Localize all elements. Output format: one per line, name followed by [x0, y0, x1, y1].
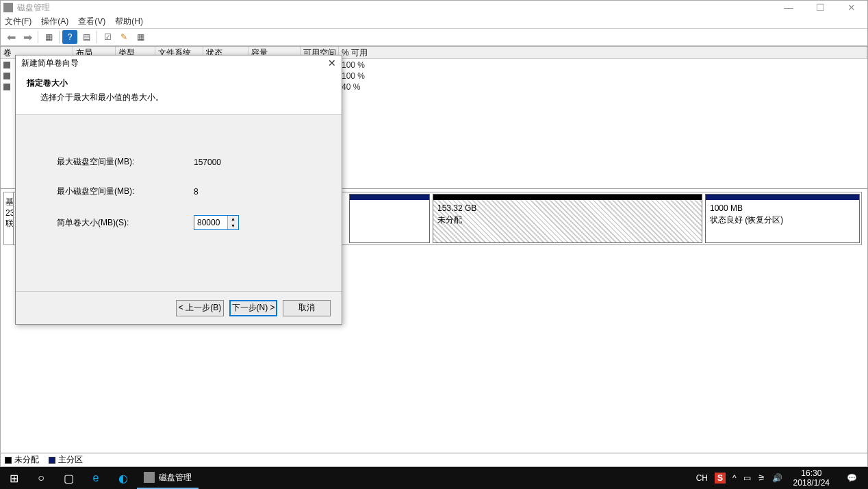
disk-label-2: 23: [5, 208, 12, 218]
diskmgmt-icon: [144, 472, 155, 483]
max-space-value: 157000: [194, 158, 221, 167]
partition-header: [350, 195, 429, 200]
partition-recovery[interactable]: 1000 MB 状态良好 (恢复分区): [705, 194, 860, 243]
max-space-label: 最大磁盘空间量(MB):: [57, 156, 194, 168]
volume-icon: [3, 62, 10, 68]
tray-volume-icon[interactable]: 🔊: [772, 473, 782, 483]
partition-header: [433, 195, 702, 200]
toolbar-icon-2[interactable]: ▤: [79, 30, 94, 44]
tray-wifi-icon[interactable]: ⚞: [758, 473, 765, 483]
min-space-value: 8: [194, 187, 199, 197]
volume-size-label: 简单卷大小(MB)(S):: [57, 217, 194, 229]
titlebar: 磁盘管理 — ☐ ✕: [1, 1, 867, 14]
tray-power-icon[interactable]: ▭: [743, 473, 751, 483]
table-row[interactable]: [1, 82, 12, 92]
volume-size-input-group: ▲ ▼: [194, 215, 239, 230]
wizard-title: 新建简单卷向导: [21, 58, 79, 69]
taskbar-app-diskmgmt[interactable]: 磁盘管理: [137, 467, 199, 489]
edge-icon[interactable]: e: [82, 467, 110, 489]
volume-icon: [3, 84, 10, 90]
minimize-button[interactable]: —: [773, 1, 804, 14]
wizard-body: 最大磁盘空间量(MB): 157000 最小磁盘空间量(MB): 8 简单卷大小…: [16, 115, 342, 291]
toolbar: ⬅ ➡ ▦ ? ▤ ☑ ✎ ▦: [1, 28, 867, 46]
back-button[interactable]: < 上一步(B): [176, 300, 224, 316]
start-button[interactable]: ⊞: [0, 467, 27, 489]
partition-body: 1000 MB 状态良好 (恢复分区): [706, 200, 859, 242]
volume-size-input[interactable]: [194, 216, 227, 229]
menubar: 文件(F) 操作(A) 查看(V) 帮助(H): [1, 14, 867, 28]
partition-hidden-1[interactable]: [349, 194, 430, 243]
separator: [59, 31, 60, 43]
separator: [38, 31, 38, 43]
row-pct-2: 100 %: [342, 71, 365, 81]
tray-icon-s[interactable]: S: [715, 473, 726, 484]
partition-body: 153.32 GB 未分配: [433, 200, 702, 242]
close-button[interactable]: ✕: [836, 1, 867, 14]
legend: 未分配 主分区: [1, 453, 867, 466]
spinner-up-icon[interactable]: ▲: [228, 216, 238, 223]
window-title: 磁盘管理: [17, 2, 50, 14]
wizard-footer: < 上一步(B) 下一步(N) > 取消: [16, 291, 342, 324]
legend-unallocated: 未分配: [5, 454, 39, 466]
volume-icon: [3, 73, 10, 79]
table-row[interactable]: [1, 71, 12, 82]
menu-file[interactable]: 文件(F): [5, 16, 31, 27]
cortana-icon[interactable]: ○: [27, 467, 55, 489]
wizard-subheading: 选择介于最大和最小值的卷大小。: [27, 92, 331, 103]
partition-size: 1000 MB: [710, 203, 855, 214]
disk-label-3: 联: [5, 218, 12, 229]
taskbar-clock[interactable]: 16:30 2018/1/24: [789, 468, 834, 488]
clock-date: 2018/1/24: [793, 478, 830, 488]
partition-size: 153.32 GB: [437, 203, 698, 214]
spinner: ▲ ▼: [227, 216, 238, 229]
wizard-titlebar: 新建简单卷向导 ✕: [16, 55, 342, 71]
system-tray: CH S ^ ▭ ⚞ 🔊 16:30 2018/1/24 💬: [691, 467, 868, 489]
toolbar-icon-5[interactable]: ▦: [133, 30, 148, 44]
app-icon: [3, 3, 13, 12]
app-icon-q[interactable]: ◐: [110, 467, 137, 489]
clock-time: 16:30: [793, 468, 830, 478]
disk-label-1: 基: [5, 197, 12, 208]
back-icon[interactable]: ⬅: [3, 30, 18, 44]
partition-header: [706, 195, 859, 200]
menu-view[interactable]: 查看(V): [78, 16, 105, 27]
close-icon[interactable]: ✕: [328, 58, 336, 68]
separator: [97, 31, 97, 43]
menu-help[interactable]: 帮助(H): [115, 16, 143, 27]
menu-action[interactable]: 操作(A): [41, 16, 68, 27]
col-percent[interactable]: % 可用: [339, 47, 867, 58]
taskbar-app-label: 磁盘管理: [159, 472, 192, 484]
cancel-button[interactable]: 取消: [283, 300, 331, 316]
min-space-label: 最小磁盘空间量(MB):: [57, 186, 194, 197]
partition-unallocated[interactable]: 153.32 GB 未分配: [433, 194, 702, 243]
toolbar-icon-1[interactable]: ▦: [41, 30, 56, 44]
task-view-icon[interactable]: ▢: [55, 467, 82, 489]
row-pct-1: 100 %: [342, 60, 365, 70]
disk-info: 基 23 联: [4, 192, 14, 244]
wizard-heading: 指定卷大小: [27, 77, 331, 89]
taskbar: ⊞ ○ ▢ e ◐ 磁盘管理 CH S ^ ▭ ⚞ 🔊 16:30 2018/1…: [0, 467, 868, 489]
window-controls: — ☐ ✕: [773, 1, 867, 14]
help-icon[interactable]: ?: [62, 30, 77, 44]
partition-status: 状态良好 (恢复分区): [710, 214, 855, 226]
row-pct-3: 40 %: [342, 82, 360, 92]
toolbar-icon-3[interactable]: ☑: [100, 30, 115, 44]
legend-primary: 主分区: [49, 454, 83, 466]
notification-icon[interactable]: 💬: [841, 467, 863, 489]
partition-status: 未分配: [437, 214, 698, 226]
maximize-button[interactable]: ☐: [804, 1, 836, 14]
ime-indicator[interactable]: CH: [696, 473, 708, 483]
wizard-header: 指定卷大小 选择介于最大和最小值的卷大小。: [16, 71, 342, 115]
new-simple-volume-wizard: 新建简单卷向导 ✕ 指定卷大小 选择介于最大和最小值的卷大小。 最大磁盘空间量(…: [15, 55, 342, 325]
spinner-down-icon[interactable]: ▼: [228, 223, 238, 229]
partition-body: [350, 200, 429, 242]
tray-chevron-icon[interactable]: ^: [732, 473, 737, 483]
forward-icon[interactable]: ➡: [20, 30, 35, 44]
toolbar-icon-4[interactable]: ✎: [116, 30, 131, 44]
table-row[interactable]: [1, 60, 12, 71]
next-button[interactable]: 下一步(N) >: [229, 300, 277, 316]
